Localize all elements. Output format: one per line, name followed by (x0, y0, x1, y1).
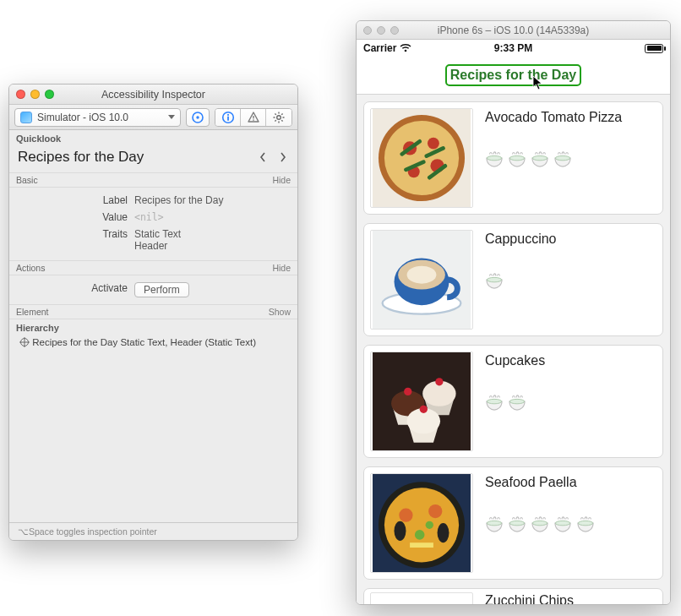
simulator-app-icon (20, 112, 32, 123)
prop-label-value: Recipes for the Day (134, 194, 291, 206)
prop-traits-value: Static Text Header (134, 228, 291, 252)
cupcakes-icon (371, 352, 472, 450)
svg-point-24 (428, 138, 439, 150)
recipe-title: Cupcakes (485, 353, 656, 368)
bowl-icon (508, 394, 526, 411)
recipe-rating (485, 515, 656, 532)
recipe-card[interactable]: Seafood Paella (363, 466, 663, 580)
svg-rect-4 (227, 114, 229, 116)
prop-label-key: Label (16, 194, 134, 206)
simulated-screen: Carrier 9:33 PM Recipes for the Day (357, 40, 670, 604)
inspector-footer-hint: ⌥Space toggles inspection pointer (9, 522, 297, 540)
quicklook-row: Recipes for the Day (9, 145, 297, 172)
svg-point-44 (487, 399, 501, 403)
svg-line-12 (275, 113, 275, 114)
bowl-icon (553, 515, 572, 532)
svg-rect-55 (410, 542, 433, 548)
svg-point-54 (426, 521, 433, 529)
svg-rect-3 (227, 116, 229, 120)
recipe-thumbnail (370, 230, 473, 330)
bowl-icon (485, 515, 504, 532)
app-header: Recipes for the Day (357, 57, 670, 95)
trait-1: Static Text (134, 228, 291, 240)
chevron-down-icon (168, 115, 175, 119)
recipe-card[interactable]: Cupcakes (363, 345, 663, 458)
previous-element-button[interactable] (259, 151, 267, 163)
basic-section-header: Basic Hide (9, 172, 297, 188)
svg-point-60 (578, 521, 592, 525)
battery-icon (645, 44, 663, 53)
mode-inspect[interactable] (215, 109, 241, 126)
basic-hide-link[interactable]: Hide (272, 175, 291, 185)
paella-icon (371, 474, 472, 572)
bowl-icon (531, 515, 549, 532)
svg-point-22 (384, 121, 459, 195)
recipe-thumbnail (370, 108, 473, 208)
actions-hide-link[interactable]: Hide (272, 263, 291, 273)
svg-point-50 (428, 504, 442, 518)
bowl-icon (508, 150, 526, 167)
prop-value-value: <nil> (134, 211, 291, 223)
recipe-card[interactable]: Avocado Tomato Pizza (363, 101, 663, 215)
prop-value-key: Value (16, 211, 134, 223)
svg-point-27 (487, 155, 501, 160)
perform-button[interactable]: Perform (134, 282, 189, 297)
svg-rect-5 (253, 116, 253, 118)
minimize-icon[interactable] (377, 26, 385, 35)
recipe-list[interactable]: Avocado Tomato Pizza (357, 95, 670, 604)
prop-traits-key: Traits (16, 228, 134, 252)
bowl-icon (508, 515, 526, 532)
accessibility-inspector-window: Accessibility Inspector Simulator - iOS … (8, 84, 298, 541)
hierarchy-row[interactable]: Recipes for the Day Static Text, Header … (9, 335, 297, 349)
svg-point-36 (487, 277, 501, 281)
crosshair-icon (191, 111, 204, 124)
svg-line-14 (281, 113, 282, 114)
minimize-icon[interactable] (30, 90, 40, 99)
action-activate-key: Activate (16, 282, 134, 297)
svg-point-39 (404, 388, 411, 395)
accessibility-highlight: Recipes for the Day (445, 64, 581, 86)
simulator-title: iPhone 6s – iOS 10.0 (14A5339a) (357, 25, 670, 36)
bowl-icon (485, 150, 504, 167)
actions-label: Actions (16, 263, 45, 273)
simulator-window: iPhone 6s – iOS 10.0 (14A5339a) Carrier … (356, 20, 671, 605)
zoom-icon[interactable] (45, 90, 54, 99)
recipe-card[interactable]: Zucchini Chips (363, 588, 663, 604)
bowl-icon (485, 394, 504, 411)
warning-triangle-icon (247, 111, 260, 124)
hierarchy-text: Recipes for the Day Static Text, Header … (32, 337, 256, 347)
svg-point-52 (438, 523, 449, 542)
svg-line-13 (281, 120, 282, 121)
clock-label: 9:33 PM (357, 42, 670, 54)
svg-point-43 (420, 406, 428, 413)
next-element-button[interactable] (279, 151, 287, 163)
close-icon[interactable] (16, 90, 25, 99)
recipe-rating (485, 394, 656, 411)
gear-icon (272, 111, 286, 124)
svg-point-30 (555, 155, 569, 160)
recipe-card[interactable]: Cappuccino (363, 223, 663, 336)
recipe-title: Seafood Paella (485, 475, 656, 490)
target-picker[interactable]: Simulator - iOS 10.0 (14, 108, 181, 127)
inspector-titlebar: Accessibility Inspector (9, 84, 297, 105)
recipe-title: Zucchini Chips (485, 593, 574, 604)
recipe-rating (485, 150, 656, 167)
cappuccino-icon (371, 231, 472, 329)
mode-settings[interactable] (266, 109, 291, 126)
svg-point-53 (415, 530, 425, 540)
svg-point-29 (532, 155, 547, 160)
mode-audit[interactable] (241, 109, 266, 126)
svg-rect-6 (253, 119, 253, 120)
traffic-lights (16, 90, 54, 99)
inspector-toolbar: Simulator - iOS 10.0 (9, 105, 297, 130)
inspection-pointer-button[interactable] (186, 108, 210, 127)
actions-section-header: Actions Hide (9, 260, 297, 275)
close-icon[interactable] (363, 26, 372, 35)
target-label: Simulator - iOS 10.0 (37, 112, 128, 123)
basic-properties: Label Recipes for the Day Value <nil> Tr… (9, 188, 297, 260)
element-show-link[interactable]: Show (269, 307, 291, 317)
zoom-icon[interactable] (390, 26, 399, 35)
element-section-header: Element Show (9, 304, 297, 319)
mode-segmented (215, 108, 292, 127)
svg-point-45 (509, 399, 524, 403)
